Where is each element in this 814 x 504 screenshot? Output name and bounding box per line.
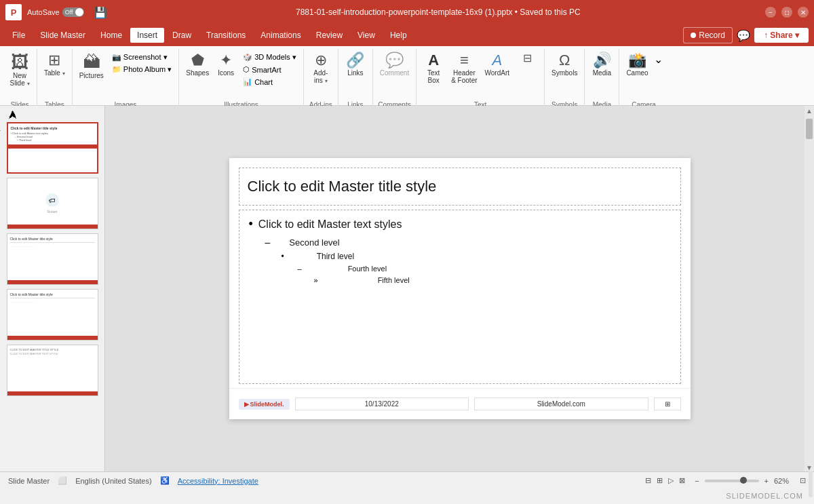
cameo-icon: 📸: [628, 53, 646, 68]
symbols-button[interactable]: Ω Symbols: [549, 52, 580, 78]
menu-slide-master[interactable]: Slide Master: [33, 28, 92, 43]
slide-thumb-4[interactable]: Click to edit Master title style .......…: [7, 289, 98, 341]
textbox-button[interactable]: A TextBox: [421, 52, 446, 85]
shapes-icon: ⬟: [191, 53, 204, 68]
icons-button[interactable]: ✦ Icons: [213, 52, 239, 78]
slide-thumb-wrapper-1: 1 Click to edit Master title style • Cli…: [7, 122, 98, 174]
header-footer-button[interactable]: ≡ Header& Footer: [448, 52, 480, 85]
addins-button[interactable]: ⊕ Add-ins ▾: [308, 52, 334, 85]
illus-small-btns: 🎲 3D Models ▾ ⬡ SmartArt 📊 Chart: [240, 52, 299, 88]
wordart-icon: A: [492, 53, 502, 68]
record-dot-icon: [691, 33, 696, 38]
shapes-button[interactable]: ⬟ Shapes: [183, 52, 212, 78]
menu-home[interactable]: Home: [94, 28, 129, 43]
slide-content-box[interactable]: • Click to edit Master text styles – Sec…: [239, 210, 681, 384]
zoom-percent[interactable]: 62%: [774, 477, 794, 485]
zoom-in-icon[interactable]: +: [764, 477, 769, 485]
autosave-label: AutoSave: [27, 8, 60, 16]
cameo-button[interactable]: 📸 Cameo: [623, 52, 651, 78]
menu-right: Record 💬 ↑ Share ▾: [683, 27, 809, 43]
reading-view-icon[interactable]: ▷: [668, 476, 674, 485]
title-bar: P AutoSave Off 💾 7881-01-self-introducti…: [0, 0, 814, 24]
content-area: ⮝ 1 Click to edit Master title style • C…: [0, 106, 814, 471]
slide-canvas[interactable]: Click to edit Master title style • Click…: [229, 158, 691, 419]
ribbon-camera-group: 📸 Cameo ⌄ Camera: [619, 49, 667, 109]
chart-button[interactable]: 📊 Chart: [240, 76, 299, 88]
menu-file[interactable]: File: [5, 28, 32, 43]
smartart-button[interactable]: ⬡ SmartArt: [240, 64, 299, 75]
bullet-4-text: Fourth level: [348, 265, 387, 273]
bullet-1-dot: •: [249, 217, 253, 231]
scroll-up-icon[interactable]: ▲: [806, 107, 813, 115]
bullet-3-text: Third level: [317, 252, 354, 261]
language-label: English (United States): [75, 477, 152, 485]
slide-thumb-5[interactable]: CLICK TO EDIT MASTER TITLE STYLE CLICK T…: [7, 345, 98, 396]
textbox-icon: A: [428, 53, 439, 68]
status-bar: Slide Master ⬜ English (United States) ♿…: [0, 471, 814, 489]
fit-slide-icon[interactable]: ⊡: [800, 476, 806, 485]
ribbon-expand-button[interactable]: ⌄: [653, 52, 664, 67]
scroll-down-icon[interactable]: ▼: [806, 464, 813, 471]
menu-transitions[interactable]: Transitions: [199, 28, 252, 43]
bullet-2-dot: –: [265, 237, 271, 248]
wordart-button[interactable]: A WordArt: [482, 52, 513, 78]
slide-thumb-2[interactable]: 🏷 Robert: [7, 178, 98, 229]
ribbon-media-group: 🔊 Media Media: [585, 49, 619, 109]
links-button[interactable]: 🔗 Links: [343, 52, 368, 78]
accessibility-icon: ♿: [160, 476, 170, 485]
zoom-track[interactable]: [705, 480, 759, 482]
slide-panel: ⮝ 1 Click to edit Master title style • C…: [0, 106, 105, 471]
footer-logo: ▶ SlideModel.: [239, 399, 290, 410]
table-button[interactable]: ⊞ Table ▾: [41, 52, 68, 78]
screenshot-icon: 📷: [112, 53, 121, 62]
bullet-4-dot: –: [298, 265, 302, 273]
menu-draw[interactable]: Draw: [166, 28, 198, 43]
pictures-button[interactable]: 🏔 Pictures: [77, 52, 106, 81]
accessibility-label[interactable]: Accessibility: Investigate: [178, 477, 258, 485]
main-area: Click to edit Master title style • Click…: [105, 106, 814, 471]
new-slide-button[interactable]: 🖼 NewSlide ▾: [7, 52, 33, 88]
slide-sorter-icon[interactable]: ⊞: [657, 476, 663, 485]
3d-models-icon: 🎲: [243, 53, 252, 62]
menu-view[interactable]: View: [351, 28, 382, 43]
ribbon-addins-group: ⊕ Add-ins ▾ Add-ins: [304, 49, 338, 109]
share-button[interactable]: ↑ Share ▾: [754, 28, 809, 43]
footer-url: SlideModel.com: [474, 398, 648, 410]
minimize-button[interactable]: −: [765, 7, 776, 18]
menu-insert[interactable]: Insert: [130, 28, 164, 43]
header-footer-icon: ≡: [460, 53, 469, 68]
main-scrollbar[interactable]: ▲ ▼: [805, 106, 814, 471]
media-button[interactable]: 🔊 Media: [589, 52, 615, 78]
slideshow-icon[interactable]: ⊠: [679, 476, 685, 485]
normal-view-icon[interactable]: ⊟: [645, 476, 651, 485]
restore-button[interactable]: □: [781, 7, 792, 18]
menu-animations[interactable]: Animations: [254, 28, 307, 43]
share-dropdown-arrow: ▾: [795, 31, 799, 40]
slide-thumb-wrapper-3: Click to edit Master title style .......…: [7, 233, 98, 285]
record-button[interactable]: Record: [683, 27, 733, 43]
slide-thumb-wrapper-2: 🏷 Robert: [7, 178, 98, 229]
menu-review[interactable]: Review: [309, 28, 349, 43]
save-icon[interactable]: 💾: [94, 6, 107, 19]
wordart-extra-button[interactable]: ⊟: [514, 52, 540, 65]
bullet-5-text: Fifth level: [378, 276, 410, 284]
panel-collapse-icon[interactable]: ⮝: [8, 109, 18, 120]
ribbon-slides-group: 🖼 NewSlide ▾ Slides: [3, 49, 37, 109]
slide-thumb-3[interactable]: Click to edit Master title style .......…: [7, 233, 98, 285]
ribbon-illustrations-group: ⬟ Shapes ✦ Icons 🎲 3D Models ▾ ⬡ SmartAr…: [179, 49, 304, 109]
zoom-out-icon[interactable]: −: [695, 477, 699, 485]
comment-button[interactable]: 💬 Comment: [377, 52, 412, 78]
smartart-icon: ⬡: [243, 65, 250, 74]
3d-models-button[interactable]: 🎲 3D Models ▾: [240, 52, 299, 63]
close-button[interactable]: ✕: [798, 7, 809, 18]
photo-album-button[interactable]: 📁 Photo Album ▾: [109, 64, 174, 75]
photo-album-icon: 📁: [112, 65, 121, 74]
comment-icon[interactable]: 💬: [737, 29, 750, 42]
slide-title-box[interactable]: Click to edit Master title style: [239, 168, 681, 206]
autosave-toggle[interactable]: Off: [62, 7, 84, 17]
slide-number-1: 1: [0, 125, 1, 132]
screenshot-button[interactable]: 📷 Screenshot ▾: [109, 52, 174, 63]
scroll-thumb: [806, 119, 813, 139]
menu-help[interactable]: Help: [383, 28, 414, 43]
slide-thumb-1[interactable]: Click to edit Master title style • Click…: [7, 122, 98, 174]
